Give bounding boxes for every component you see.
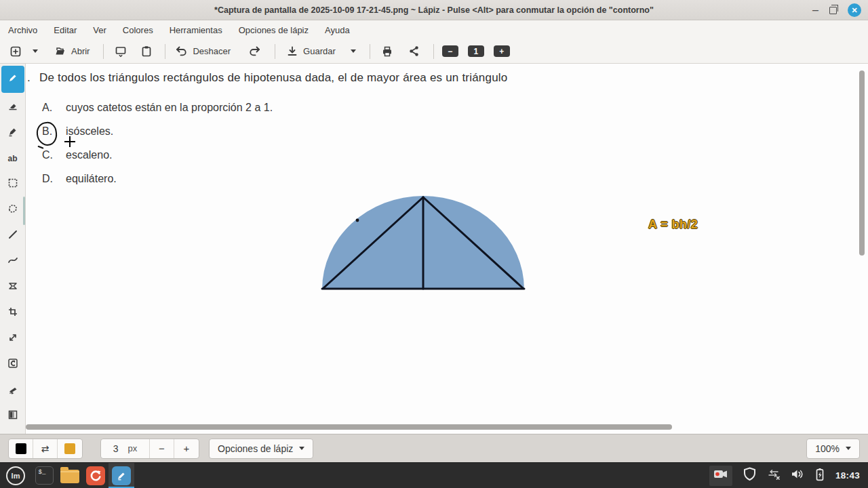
tool-skew[interactable] (1, 378, 24, 402)
primary-color-swatch[interactable] (9, 439, 33, 458)
option-d-text: equilátero. (66, 173, 117, 185)
tool-crop[interactable] (1, 301, 24, 325)
menu-archivo[interactable]: Archivo (8, 25, 37, 35)
tool-pencil[interactable] (1, 66, 24, 93)
canvas[interactable]: . De todos los triángulos rectángulos de… (26, 64, 868, 434)
question-text: De todos los triángulos rectángulos de h… (39, 71, 507, 85)
taskbar-drawing-app[interactable] (108, 463, 134, 488)
tool-text[interactable]: ab (1, 146, 24, 170)
screenshot-icon (115, 45, 127, 58)
pencil-icon (7, 73, 18, 86)
zoom-out-button[interactable]: − (442, 45, 458, 57)
speaker-icon (791, 470, 804, 482)
black-color-icon (16, 443, 26, 454)
print-button[interactable] (378, 42, 396, 61)
horizontal-scrollbar[interactable] (26, 424, 672, 430)
drawing-app-window: *Captura de pantalla de 2025-10-09 17-21… (0, 0, 868, 488)
tool-scale[interactable] (1, 327, 24, 350)
tools-sidebar: ab (0, 64, 26, 434)
mint-logo-icon: lm (6, 466, 25, 485)
clock[interactable]: 18:43 (835, 470, 860, 481)
menu-opciones-de-lapiz[interactable]: Opciones de lápiz (239, 25, 309, 35)
tool-rotate[interactable] (1, 352, 24, 376)
circular-arrow-icon (86, 466, 105, 485)
save-label: Guardar (303, 46, 336, 56)
screenshot-button[interactable] (112, 42, 130, 61)
tool-highlighter[interactable] (1, 121, 24, 144)
chevron-down-icon (33, 49, 38, 53)
menu-ver[interactable]: Ver (93, 25, 106, 35)
redo-button[interactable] (245, 42, 264, 61)
line-icon (7, 229, 18, 243)
tool-free-select[interactable] (1, 198, 24, 222)
maximize-button[interactable] (829, 7, 837, 14)
camera-record-icon (713, 469, 728, 482)
zoom-dropdown[interactable]: 100% (806, 439, 860, 459)
pencil-options-dropdown[interactable]: Opciones de lápiz (209, 439, 313, 459)
tool-eraser[interactable] (1, 95, 24, 119)
screen-recorder-tray[interactable] (709, 466, 732, 486)
highlighter-icon (7, 126, 18, 140)
taskbar-recorder-app[interactable] (83, 463, 108, 488)
new-image-menu-button[interactable] (30, 42, 41, 61)
tool-curve[interactable] (1, 249, 24, 273)
firewall-tray[interactable] (743, 467, 757, 484)
print-icon (381, 45, 393, 58)
secondary-color-swatch[interactable] (58, 439, 82, 458)
open-icon (54, 45, 66, 58)
rotate-icon (7, 358, 18, 371)
eraser-icon (7, 100, 18, 114)
toolbar-separator (103, 44, 104, 59)
save-button[interactable]: Guardar (283, 42, 338, 61)
menu-ayuda[interactable]: Ayuda (325, 25, 350, 35)
zoom-value: 100% (815, 443, 840, 454)
power-tray[interactable] (814, 468, 825, 484)
volume-tray[interactable] (791, 468, 804, 483)
tool-rect-select[interactable] (1, 172, 24, 196)
color-controls: ⇄ (8, 439, 83, 459)
new-image-button[interactable] (7, 42, 24, 61)
minimize-button[interactable]: – (812, 7, 818, 14)
network-tray[interactable] (767, 468, 781, 483)
new-image-icon (9, 45, 22, 58)
undo-label: Deshacer (193, 46, 231, 56)
toolbar: Abrir Deshacer Guardar − 1 (0, 39, 868, 64)
undo-button[interactable]: Deshacer (172, 42, 233, 61)
size-display: 3 px (101, 439, 150, 458)
network-disconnected-icon (767, 471, 781, 483)
vertical-scrollbar[interactable] (859, 70, 865, 256)
skew-icon (7, 384, 18, 397)
mint-menu-button[interactable]: lm (0, 463, 31, 488)
paste-button[interactable] (138, 42, 155, 61)
system-tray: 18:43 (709, 466, 868, 486)
tool-line[interactable] (1, 224, 24, 247)
size-controls: 3 px − + (100, 439, 199, 459)
undo-icon (175, 45, 188, 57)
menubar: Archivo Editar Ver Colores Herramientas … (0, 20, 868, 39)
swap-colors-button[interactable]: ⇄ (33, 439, 58, 458)
taskbar-terminal[interactable]: $_ (31, 463, 57, 488)
scale-icon (7, 332, 18, 346)
tool-gradient[interactable] (1, 404, 24, 428)
menu-editar[interactable]: Editar (54, 25, 77, 35)
share-button[interactable] (406, 42, 422, 61)
pencil-options-label: Opciones de lápiz (218, 443, 293, 454)
decrease-size-button[interactable]: − (150, 439, 174, 458)
menu-colores[interactable]: Colores (123, 25, 153, 35)
zoom-level-button[interactable]: 1 (468, 45, 484, 57)
taskbar-file-manager[interactable] (57, 463, 83, 488)
zoom-in-button[interactable]: + (494, 45, 510, 57)
tool-shape[interactable] (1, 275, 24, 299)
open-button[interactable]: Abrir (52, 42, 92, 61)
toolbar-separator (275, 44, 275, 59)
question-line: . De todos los triángulos rectángulos de… (27, 71, 507, 85)
size-unit: px (128, 443, 138, 453)
menu-herramientas[interactable]: Herramientas (170, 25, 222, 35)
terminal-icon: $_ (35, 466, 54, 485)
close-button[interactable]: ✕ (848, 3, 861, 17)
toolbar-separator (370, 44, 370, 59)
open-label: Abrir (71, 46, 90, 56)
gradient-icon (7, 409, 18, 423)
increase-size-button[interactable]: + (174, 439, 199, 458)
save-as-menu-button[interactable] (348, 42, 359, 61)
